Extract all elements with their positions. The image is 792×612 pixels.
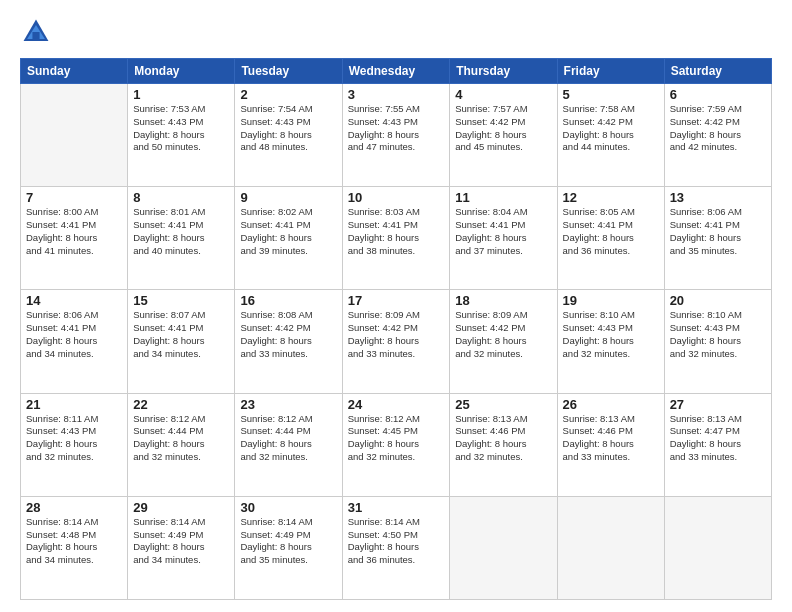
- calendar-cell: 13Sunrise: 8:06 AM Sunset: 4:41 PM Dayli…: [664, 187, 771, 290]
- week-row-4: 28Sunrise: 8:14 AM Sunset: 4:48 PM Dayli…: [21, 496, 772, 599]
- calendar-cell: 7Sunrise: 8:00 AM Sunset: 4:41 PM Daylig…: [21, 187, 128, 290]
- calendar-header-row: SundayMondayTuesdayWednesdayThursdayFrid…: [21, 59, 772, 84]
- day-info: Sunrise: 8:10 AM Sunset: 4:43 PM Dayligh…: [670, 309, 766, 360]
- day-info: Sunrise: 8:14 AM Sunset: 4:48 PM Dayligh…: [26, 516, 122, 567]
- day-info: Sunrise: 8:13 AM Sunset: 4:47 PM Dayligh…: [670, 413, 766, 464]
- day-info: Sunrise: 8:02 AM Sunset: 4:41 PM Dayligh…: [240, 206, 336, 257]
- day-number: 7: [26, 190, 122, 205]
- day-info: Sunrise: 8:05 AM Sunset: 4:41 PM Dayligh…: [563, 206, 659, 257]
- day-number: 28: [26, 500, 122, 515]
- day-number: 8: [133, 190, 229, 205]
- calendar-cell: 5Sunrise: 7:58 AM Sunset: 4:42 PM Daylig…: [557, 84, 664, 187]
- calendar-cell: 2Sunrise: 7:54 AM Sunset: 4:43 PM Daylig…: [235, 84, 342, 187]
- day-number: 20: [670, 293, 766, 308]
- calendar-cell: 29Sunrise: 8:14 AM Sunset: 4:49 PM Dayli…: [128, 496, 235, 599]
- day-number: 14: [26, 293, 122, 308]
- day-number: 13: [670, 190, 766, 205]
- day-info: Sunrise: 8:03 AM Sunset: 4:41 PM Dayligh…: [348, 206, 445, 257]
- day-number: 9: [240, 190, 336, 205]
- day-info: Sunrise: 8:01 AM Sunset: 4:41 PM Dayligh…: [133, 206, 229, 257]
- calendar-cell: 23Sunrise: 8:12 AM Sunset: 4:44 PM Dayli…: [235, 393, 342, 496]
- day-number: 1: [133, 87, 229, 102]
- calendar-cell: 19Sunrise: 8:10 AM Sunset: 4:43 PM Dayli…: [557, 290, 664, 393]
- week-row-1: 7Sunrise: 8:00 AM Sunset: 4:41 PM Daylig…: [21, 187, 772, 290]
- week-row-0: 1Sunrise: 7:53 AM Sunset: 4:43 PM Daylig…: [21, 84, 772, 187]
- calendar-cell: 21Sunrise: 8:11 AM Sunset: 4:43 PM Dayli…: [21, 393, 128, 496]
- day-info: Sunrise: 8:09 AM Sunset: 4:42 PM Dayligh…: [455, 309, 551, 360]
- calendar-cell: 22Sunrise: 8:12 AM Sunset: 4:44 PM Dayli…: [128, 393, 235, 496]
- calendar-cell: 6Sunrise: 7:59 AM Sunset: 4:42 PM Daylig…: [664, 84, 771, 187]
- day-info: Sunrise: 8:00 AM Sunset: 4:41 PM Dayligh…: [26, 206, 122, 257]
- col-header-wednesday: Wednesday: [342, 59, 450, 84]
- day-number: 30: [240, 500, 336, 515]
- day-info: Sunrise: 8:06 AM Sunset: 4:41 PM Dayligh…: [670, 206, 766, 257]
- svg-rect-2: [32, 32, 39, 41]
- day-number: 16: [240, 293, 336, 308]
- calendar-cell: 14Sunrise: 8:06 AM Sunset: 4:41 PM Dayli…: [21, 290, 128, 393]
- day-info: Sunrise: 8:04 AM Sunset: 4:41 PM Dayligh…: [455, 206, 551, 257]
- day-info: Sunrise: 7:55 AM Sunset: 4:43 PM Dayligh…: [348, 103, 445, 154]
- calendar-cell: 26Sunrise: 8:13 AM Sunset: 4:46 PM Dayli…: [557, 393, 664, 496]
- calendar-cell: 4Sunrise: 7:57 AM Sunset: 4:42 PM Daylig…: [450, 84, 557, 187]
- day-number: 5: [563, 87, 659, 102]
- day-info: Sunrise: 8:12 AM Sunset: 4:44 PM Dayligh…: [133, 413, 229, 464]
- day-number: 29: [133, 500, 229, 515]
- calendar-cell: 10Sunrise: 8:03 AM Sunset: 4:41 PM Dayli…: [342, 187, 450, 290]
- day-info: Sunrise: 8:08 AM Sunset: 4:42 PM Dayligh…: [240, 309, 336, 360]
- calendar-cell: 12Sunrise: 8:05 AM Sunset: 4:41 PM Dayli…: [557, 187, 664, 290]
- calendar-cell: 30Sunrise: 8:14 AM Sunset: 4:49 PM Dayli…: [235, 496, 342, 599]
- col-header-saturday: Saturday: [664, 59, 771, 84]
- day-info: Sunrise: 7:53 AM Sunset: 4:43 PM Dayligh…: [133, 103, 229, 154]
- page: SundayMondayTuesdayWednesdayThursdayFrid…: [0, 0, 792, 612]
- col-header-friday: Friday: [557, 59, 664, 84]
- calendar-cell: 20Sunrise: 8:10 AM Sunset: 4:43 PM Dayli…: [664, 290, 771, 393]
- calendar-cell: 28Sunrise: 8:14 AM Sunset: 4:48 PM Dayli…: [21, 496, 128, 599]
- day-number: 6: [670, 87, 766, 102]
- day-number: 19: [563, 293, 659, 308]
- day-info: Sunrise: 7:59 AM Sunset: 4:42 PM Dayligh…: [670, 103, 766, 154]
- day-number: 2: [240, 87, 336, 102]
- calendar-cell: 3Sunrise: 7:55 AM Sunset: 4:43 PM Daylig…: [342, 84, 450, 187]
- day-info: Sunrise: 8:13 AM Sunset: 4:46 PM Dayligh…: [563, 413, 659, 464]
- day-info: Sunrise: 7:57 AM Sunset: 4:42 PM Dayligh…: [455, 103, 551, 154]
- calendar-cell: [450, 496, 557, 599]
- day-number: 24: [348, 397, 445, 412]
- calendar-cell: [21, 84, 128, 187]
- day-info: Sunrise: 8:14 AM Sunset: 4:49 PM Dayligh…: [240, 516, 336, 567]
- logo: [20, 16, 56, 48]
- calendar-cell: 9Sunrise: 8:02 AM Sunset: 4:41 PM Daylig…: [235, 187, 342, 290]
- day-info: Sunrise: 8:14 AM Sunset: 4:50 PM Dayligh…: [348, 516, 445, 567]
- day-info: Sunrise: 8:12 AM Sunset: 4:44 PM Dayligh…: [240, 413, 336, 464]
- day-number: 12: [563, 190, 659, 205]
- calendar-cell: 15Sunrise: 8:07 AM Sunset: 4:41 PM Dayli…: [128, 290, 235, 393]
- day-number: 4: [455, 87, 551, 102]
- day-info: Sunrise: 8:07 AM Sunset: 4:41 PM Dayligh…: [133, 309, 229, 360]
- day-number: 3: [348, 87, 445, 102]
- day-number: 25: [455, 397, 551, 412]
- day-info: Sunrise: 8:12 AM Sunset: 4:45 PM Dayligh…: [348, 413, 445, 464]
- day-number: 17: [348, 293, 445, 308]
- week-row-3: 21Sunrise: 8:11 AM Sunset: 4:43 PM Dayli…: [21, 393, 772, 496]
- calendar-cell: 31Sunrise: 8:14 AM Sunset: 4:50 PM Dayli…: [342, 496, 450, 599]
- calendar-cell: 25Sunrise: 8:13 AM Sunset: 4:46 PM Dayli…: [450, 393, 557, 496]
- calendar-cell: 17Sunrise: 8:09 AM Sunset: 4:42 PM Dayli…: [342, 290, 450, 393]
- calendar-cell: 11Sunrise: 8:04 AM Sunset: 4:41 PM Dayli…: [450, 187, 557, 290]
- day-number: 15: [133, 293, 229, 308]
- col-header-sunday: Sunday: [21, 59, 128, 84]
- day-info: Sunrise: 8:06 AM Sunset: 4:41 PM Dayligh…: [26, 309, 122, 360]
- day-info: Sunrise: 8:11 AM Sunset: 4:43 PM Dayligh…: [26, 413, 122, 464]
- day-info: Sunrise: 7:58 AM Sunset: 4:42 PM Dayligh…: [563, 103, 659, 154]
- day-number: 23: [240, 397, 336, 412]
- logo-icon: [20, 16, 52, 48]
- week-row-2: 14Sunrise: 8:06 AM Sunset: 4:41 PM Dayli…: [21, 290, 772, 393]
- col-header-monday: Monday: [128, 59, 235, 84]
- calendar-cell: 1Sunrise: 7:53 AM Sunset: 4:43 PM Daylig…: [128, 84, 235, 187]
- day-info: Sunrise: 8:13 AM Sunset: 4:46 PM Dayligh…: [455, 413, 551, 464]
- day-number: 11: [455, 190, 551, 205]
- day-info: Sunrise: 7:54 AM Sunset: 4:43 PM Dayligh…: [240, 103, 336, 154]
- day-number: 18: [455, 293, 551, 308]
- day-info: Sunrise: 8:09 AM Sunset: 4:42 PM Dayligh…: [348, 309, 445, 360]
- day-number: 10: [348, 190, 445, 205]
- header: [20, 16, 772, 48]
- calendar-cell: [557, 496, 664, 599]
